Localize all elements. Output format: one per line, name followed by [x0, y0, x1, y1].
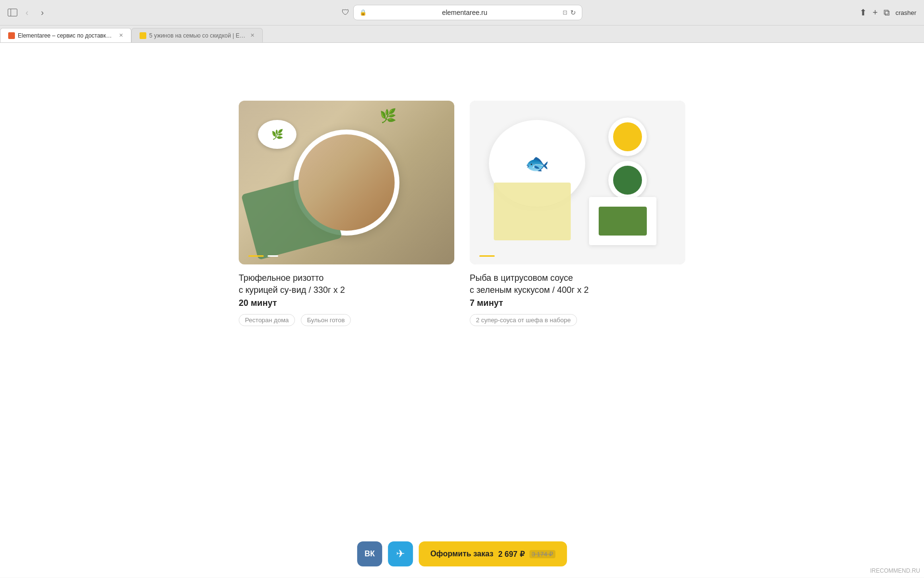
browser-right-actions: ⬆ + ⧉ crasher [860, 7, 916, 18]
back-button[interactable]: ‹ [21, 7, 33, 18]
tab-dinners[interactable]: 5 ужинов на семью со скидкой | Elementar… [131, 28, 263, 42]
tab-favicon-reviews [8, 32, 15, 39]
browser-nav-controls: ‹ › [8, 7, 48, 18]
card-title-fish: Рыба в цитрусовом соусес зеленым кускусо… [470, 272, 685, 296]
couscous-bag [494, 183, 571, 240]
reload-icon[interactable]: ↻ [570, 9, 576, 16]
product-cards-container: 🌿 🌿 Трюфельное ризоттос курицей су-вид /… [231, 101, 693, 326]
herb-sprig-decoration: 🌿 [380, 108, 397, 124]
tab-close-reviews[interactable]: ✕ [119, 32, 123, 39]
fish-image: 🐟 [470, 101, 685, 264]
sidebar-toggle-button[interactable] [8, 9, 17, 16]
slider-dots-fish [479, 255, 495, 257]
card-title-risotto: Трюфельное ризоттос курицей су-вид / 330… [239, 272, 454, 296]
yellow-sauce-bowl [608, 118, 647, 156]
order-price: 2 697 ₽ [498, 550, 524, 559]
card-tags-risotto: Ресторан дома Бульон готов [239, 314, 454, 326]
new-tab-button[interactable]: + [873, 8, 878, 18]
dot-inactive[interactable] [268, 255, 278, 257]
card-image-fish: 🐟 [470, 101, 685, 264]
tabs-bar: Elementaree – сервис по доставке продукт… [0, 26, 924, 43]
forward-button[interactable]: › [37, 7, 48, 18]
url-bar[interactable]: 🔒 elementaree.ru ⊡ ↻ [353, 5, 582, 20]
bottom-action-bar: ВК ✈ Оформить заказ 2 697 ₽ 3 174 ₽ [357, 534, 567, 578]
slider-dots-risotto [248, 255, 278, 257]
herb-bowl-decoration: 🌿 [258, 120, 296, 149]
tag-sauces: 2 супер-соуса от шефа в наборе [470, 314, 577, 326]
shield-icon: 🛡 [342, 8, 349, 17]
tag-broth: Бульон готов [301, 314, 351, 326]
tag-restaurant: Ресторан дома [239, 314, 295, 326]
product-card-risotto[interactable]: 🌿 🌿 Трюфельное ризоттос курицей су-вид /… [239, 101, 454, 326]
telegram-icon: ✈ [396, 548, 405, 560]
order-price-old: 3 174 ₽ [529, 550, 555, 558]
tab-favicon-dinners [140, 32, 146, 39]
tab-label-dinners: 5 ужинов на семью со скидкой | Elementar… [149, 32, 245, 39]
order-label: Оформить заказ [430, 550, 493, 558]
vk-icon: ВК [364, 550, 374, 558]
card-tags-fish: 2 супер-соуса от шефа в наборе [470, 314, 685, 326]
browser-toolbar: ‹ › 🛡 🔒 elementaree.ru ⊡ ↻ ⬆ + ⧉ crasher [0, 0, 924, 26]
green-cloth-decoration [241, 172, 342, 260]
risotto-image: 🌿 🌿 [239, 101, 454, 264]
card-time-risotto: 20 минут [239, 298, 454, 308]
telegram-button[interactable]: ✈ [388, 541, 413, 566]
tab-label-reviews: Elementaree – сервис по доставке продукт… [18, 32, 114, 39]
tab-reviews[interactable]: Elementaree – сервис по доставке продукт… [0, 28, 131, 42]
dot-active-fish[interactable] [479, 255, 495, 257]
card-image-risotto: 🌿 🌿 [239, 101, 454, 264]
page-content: 🌿 🌿 Трюфельное ризоттос курицей су-вид /… [0, 43, 924, 578]
product-card-fish[interactable]: 🐟 Рыба в цитрусовом соусес зеленым куску… [470, 101, 685, 326]
share-button[interactable]: ⬆ [860, 7, 867, 18]
lock-icon: 🔒 [359, 9, 367, 16]
card-time-fish: 7 минут [470, 298, 685, 308]
tab-close-dinners[interactable]: ✕ [250, 32, 255, 39]
vk-button[interactable]: ВК [357, 541, 382, 566]
green-sauce-bowl [608, 161, 647, 199]
irecommend-watermark: IRECOMMEND.RU [870, 567, 920, 574]
username-label: crasher [896, 9, 916, 16]
dot-active[interactable] [248, 255, 264, 257]
reader-icon: ⊡ [563, 9, 567, 16]
green-beans-container [589, 197, 656, 245]
url-text: elementaree.ru [370, 9, 560, 16]
tabs-overview-button[interactable]: ⧉ [884, 8, 890, 18]
order-button[interactable]: Оформить заказ 2 697 ₽ 3 174 ₽ [419, 541, 567, 566]
